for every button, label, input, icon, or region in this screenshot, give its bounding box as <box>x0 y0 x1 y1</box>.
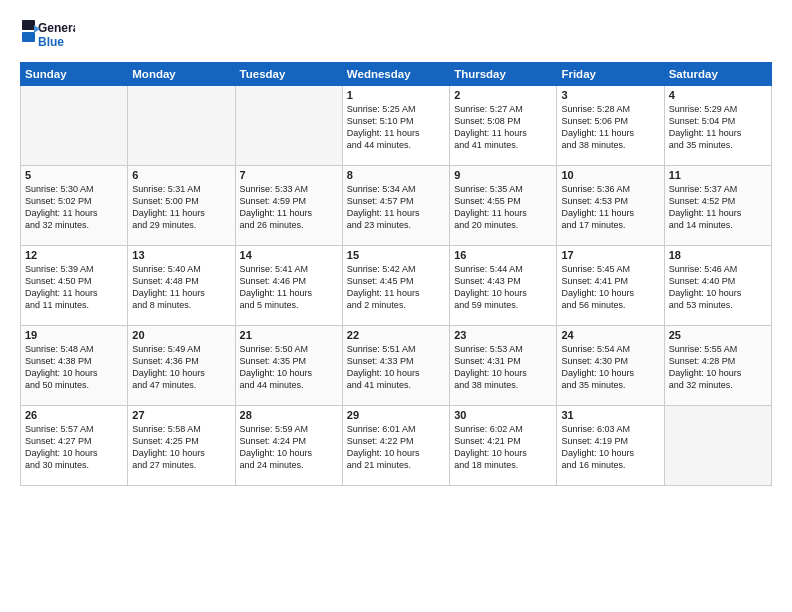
calendar-cell: 21Sunrise: 5:50 AM Sunset: 4:35 PM Dayli… <box>235 326 342 406</box>
calendar-cell: 23Sunrise: 5:53 AM Sunset: 4:31 PM Dayli… <box>450 326 557 406</box>
day-number: 12 <box>25 249 123 261</box>
calendar-cell: 18Sunrise: 5:46 AM Sunset: 4:40 PM Dayli… <box>664 246 771 326</box>
day-number: 9 <box>454 169 552 181</box>
header-monday: Monday <box>128 63 235 86</box>
cell-info: Sunrise: 5:57 AM Sunset: 4:27 PM Dayligh… <box>25 423 123 472</box>
week-row-2: 12Sunrise: 5:39 AM Sunset: 4:50 PM Dayli… <box>21 246 772 326</box>
cell-info: Sunrise: 6:01 AM Sunset: 4:22 PM Dayligh… <box>347 423 445 472</box>
day-number: 1 <box>347 89 445 101</box>
cell-info: Sunrise: 5:45 AM Sunset: 4:41 PM Dayligh… <box>561 263 659 312</box>
cell-info: Sunrise: 5:25 AM Sunset: 5:10 PM Dayligh… <box>347 103 445 152</box>
day-number: 17 <box>561 249 659 261</box>
header-thursday: Thursday <box>450 63 557 86</box>
cell-info: Sunrise: 5:59 AM Sunset: 4:24 PM Dayligh… <box>240 423 338 472</box>
day-number: 14 <box>240 249 338 261</box>
day-number: 27 <box>132 409 230 421</box>
calendar-cell <box>664 406 771 486</box>
calendar-cell: 5Sunrise: 5:30 AM Sunset: 5:02 PM Daylig… <box>21 166 128 246</box>
calendar-cell: 8Sunrise: 5:34 AM Sunset: 4:57 PM Daylig… <box>342 166 449 246</box>
day-number: 19 <box>25 329 123 341</box>
day-number: 10 <box>561 169 659 181</box>
cell-info: Sunrise: 5:48 AM Sunset: 4:38 PM Dayligh… <box>25 343 123 392</box>
day-number: 30 <box>454 409 552 421</box>
cell-info: Sunrise: 5:34 AM Sunset: 4:57 PM Dayligh… <box>347 183 445 232</box>
calendar-cell: 24Sunrise: 5:54 AM Sunset: 4:30 PM Dayli… <box>557 326 664 406</box>
cell-info: Sunrise: 5:35 AM Sunset: 4:55 PM Dayligh… <box>454 183 552 232</box>
calendar-cell <box>21 86 128 166</box>
cell-info: Sunrise: 5:31 AM Sunset: 5:00 PM Dayligh… <box>132 183 230 232</box>
day-number: 22 <box>347 329 445 341</box>
cell-info: Sunrise: 5:28 AM Sunset: 5:06 PM Dayligh… <box>561 103 659 152</box>
header-wednesday: Wednesday <box>342 63 449 86</box>
cell-info: Sunrise: 5:46 AM Sunset: 4:40 PM Dayligh… <box>669 263 767 312</box>
week-row-1: 5Sunrise: 5:30 AM Sunset: 5:02 PM Daylig… <box>21 166 772 246</box>
calendar-cell: 10Sunrise: 5:36 AM Sunset: 4:53 PM Dayli… <box>557 166 664 246</box>
day-number: 25 <box>669 329 767 341</box>
day-number: 3 <box>561 89 659 101</box>
calendar-cell: 4Sunrise: 5:29 AM Sunset: 5:04 PM Daylig… <box>664 86 771 166</box>
day-number: 16 <box>454 249 552 261</box>
svg-text:Blue: Blue <box>38 35 64 49</box>
logo: General Blue <box>20 16 75 52</box>
calendar-cell: 16Sunrise: 5:44 AM Sunset: 4:43 PM Dayli… <box>450 246 557 326</box>
svg-rect-3 <box>22 32 35 42</box>
cell-info: Sunrise: 5:36 AM Sunset: 4:53 PM Dayligh… <box>561 183 659 232</box>
day-number: 8 <box>347 169 445 181</box>
svg-text:General: General <box>38 21 75 35</box>
calendar-cell: 14Sunrise: 5:41 AM Sunset: 4:46 PM Dayli… <box>235 246 342 326</box>
week-row-0: 1Sunrise: 5:25 AM Sunset: 5:10 PM Daylig… <box>21 86 772 166</box>
day-number: 31 <box>561 409 659 421</box>
cell-info: Sunrise: 5:33 AM Sunset: 4:59 PM Dayligh… <box>240 183 338 232</box>
calendar-cell: 13Sunrise: 5:40 AM Sunset: 4:48 PM Dayli… <box>128 246 235 326</box>
day-number: 13 <box>132 249 230 261</box>
day-number: 29 <box>347 409 445 421</box>
cell-info: Sunrise: 5:58 AM Sunset: 4:25 PM Dayligh… <box>132 423 230 472</box>
cell-info: Sunrise: 5:39 AM Sunset: 4:50 PM Dayligh… <box>25 263 123 312</box>
day-number: 23 <box>454 329 552 341</box>
cell-info: Sunrise: 5:42 AM Sunset: 4:45 PM Dayligh… <box>347 263 445 312</box>
calendar-cell: 20Sunrise: 5:49 AM Sunset: 4:36 PM Dayli… <box>128 326 235 406</box>
day-number: 20 <box>132 329 230 341</box>
calendar-cell: 12Sunrise: 5:39 AM Sunset: 4:50 PM Dayli… <box>21 246 128 326</box>
calendar-cell: 15Sunrise: 5:42 AM Sunset: 4:45 PM Dayli… <box>342 246 449 326</box>
cell-info: Sunrise: 5:49 AM Sunset: 4:36 PM Dayligh… <box>132 343 230 392</box>
header-sunday: Sunday <box>21 63 128 86</box>
calendar-cell: 25Sunrise: 5:55 AM Sunset: 4:28 PM Dayli… <box>664 326 771 406</box>
cell-info: Sunrise: 6:02 AM Sunset: 4:21 PM Dayligh… <box>454 423 552 472</box>
day-number: 4 <box>669 89 767 101</box>
calendar-cell: 9Sunrise: 5:35 AM Sunset: 4:55 PM Daylig… <box>450 166 557 246</box>
cell-info: Sunrise: 5:30 AM Sunset: 5:02 PM Dayligh… <box>25 183 123 232</box>
cell-info: Sunrise: 5:41 AM Sunset: 4:46 PM Dayligh… <box>240 263 338 312</box>
calendar-cell: 19Sunrise: 5:48 AM Sunset: 4:38 PM Dayli… <box>21 326 128 406</box>
day-number: 21 <box>240 329 338 341</box>
calendar-cell: 1Sunrise: 5:25 AM Sunset: 5:10 PM Daylig… <box>342 86 449 166</box>
cell-info: Sunrise: 5:55 AM Sunset: 4:28 PM Dayligh… <box>669 343 767 392</box>
cell-info: Sunrise: 5:40 AM Sunset: 4:48 PM Dayligh… <box>132 263 230 312</box>
calendar-cell: 31Sunrise: 6:03 AM Sunset: 4:19 PM Dayli… <box>557 406 664 486</box>
day-number: 24 <box>561 329 659 341</box>
logo-svg: General Blue <box>20 16 75 52</box>
day-number: 18 <box>669 249 767 261</box>
calendar-cell <box>128 86 235 166</box>
cell-info: Sunrise: 5:51 AM Sunset: 4:33 PM Dayligh… <box>347 343 445 392</box>
calendar-cell: 6Sunrise: 5:31 AM Sunset: 5:00 PM Daylig… <box>128 166 235 246</box>
cell-info: Sunrise: 5:53 AM Sunset: 4:31 PM Dayligh… <box>454 343 552 392</box>
calendar-cell: 30Sunrise: 6:02 AM Sunset: 4:21 PM Dayli… <box>450 406 557 486</box>
day-number: 7 <box>240 169 338 181</box>
day-number: 11 <box>669 169 767 181</box>
cell-info: Sunrise: 5:44 AM Sunset: 4:43 PM Dayligh… <box>454 263 552 312</box>
calendar-cell: 11Sunrise: 5:37 AM Sunset: 4:52 PM Dayli… <box>664 166 771 246</box>
calendar-cell: 22Sunrise: 5:51 AM Sunset: 4:33 PM Dayli… <box>342 326 449 406</box>
cell-info: Sunrise: 5:27 AM Sunset: 5:08 PM Dayligh… <box>454 103 552 152</box>
calendar: SundayMondayTuesdayWednesdayThursdayFrid… <box>20 62 772 486</box>
cell-info: Sunrise: 5:29 AM Sunset: 5:04 PM Dayligh… <box>669 103 767 152</box>
calendar-header-row: SundayMondayTuesdayWednesdayThursdayFrid… <box>21 63 772 86</box>
calendar-cell: 3Sunrise: 5:28 AM Sunset: 5:06 PM Daylig… <box>557 86 664 166</box>
calendar-cell: 29Sunrise: 6:01 AM Sunset: 4:22 PM Dayli… <box>342 406 449 486</box>
week-row-4: 26Sunrise: 5:57 AM Sunset: 4:27 PM Dayli… <box>21 406 772 486</box>
header-tuesday: Tuesday <box>235 63 342 86</box>
header-friday: Friday <box>557 63 664 86</box>
calendar-cell: 7Sunrise: 5:33 AM Sunset: 4:59 PM Daylig… <box>235 166 342 246</box>
day-number: 2 <box>454 89 552 101</box>
calendar-cell: 26Sunrise: 5:57 AM Sunset: 4:27 PM Dayli… <box>21 406 128 486</box>
